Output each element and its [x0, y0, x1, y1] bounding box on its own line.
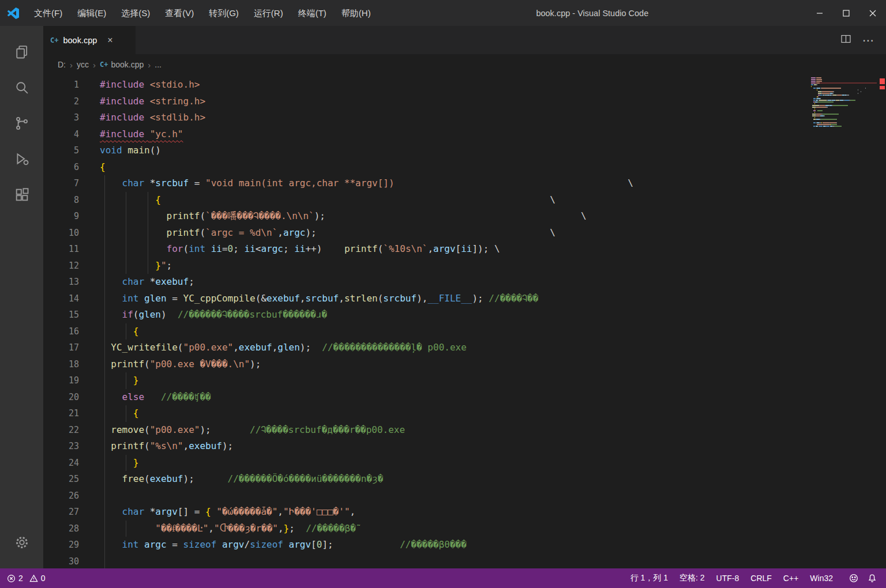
code-line[interactable]: 8 { \: [43, 192, 886, 209]
tab-bar: C+ book.cpp × ⋯: [43, 26, 886, 54]
code-line[interactable]: 12 }";: [43, 258, 886, 274]
indent-guide: [104, 537, 105, 553]
error-ruler-mark: [880, 78, 885, 84]
vscode-logo-icon: [0, 7, 27, 19]
code-line[interactable]: 25 free(exebuf); //������Ö�ó����иü������…: [43, 471, 886, 488]
maximize-button[interactable]: [833, 0, 859, 26]
menu-item[interactable]: 选择(S): [114, 0, 157, 26]
minimap[interactable]: [811, 77, 877, 129]
more-actions-icon[interactable]: ⋯: [862, 33, 874, 47]
indent-guide: [104, 340, 105, 356]
code-line[interactable]: 30: [43, 553, 886, 569]
line-number: 14: [43, 291, 79, 307]
statusbar-encoding[interactable]: UTF-8: [711, 574, 745, 583]
line-number: 3: [43, 110, 79, 126]
indent-guide: [104, 356, 105, 373]
problems-indicator[interactable]: 2 0: [7, 574, 46, 583]
minimap-line: [811, 112, 877, 113]
indent-guide: [104, 405, 105, 422]
code-line[interactable]: 24 }: [43, 455, 886, 472]
feedback-icon[interactable]: [844, 574, 863, 583]
code-line[interactable]: 29 int argc = sizeof argv/sizeof argv[0]…: [43, 537, 886, 553]
code-line[interactable]: 27 char *argv[] = { "�ώ�����ǡ�","Ի���'□□…: [43, 504, 886, 521]
code-line[interactable]: 7 char *srcbuf = "void main(int argc,cha…: [43, 175, 886, 192]
code-line[interactable]: 21 {: [43, 405, 886, 422]
code-line[interactable]: 11 for(int ii=0; ii<argc; ii++) printf(`…: [43, 241, 886, 258]
indent-guide: [126, 258, 126, 274]
indent-guide: [104, 208, 105, 225]
run-debug-icon[interactable]: [8, 141, 36, 177]
split-editor-icon[interactable]: [841, 35, 851, 46]
code-line[interactable]: 23 printf("%s\n",exebuf);: [43, 438, 886, 455]
statusbar-platform[interactable]: Win32: [804, 574, 839, 583]
indent-guide: [104, 241, 105, 258]
error-ruler-mark: [880, 86, 885, 89]
code-line[interactable]: 17 YC_writefile("p00.exe",exebuf,glen); …: [43, 340, 886, 356]
menubar: 文件(F)编辑(E)选择(S)查看(V)转到(G)运行(R)终端(T)帮助(H): [27, 0, 378, 26]
minimize-button[interactable]: [806, 0, 833, 26]
minimap-line: [811, 110, 877, 111]
code-line[interactable]: 19 }: [43, 372, 886, 389]
code-text: }";: [79, 258, 172, 274]
menu-item[interactable]: 帮助(H): [334, 0, 378, 26]
code-line[interactable]: 2#include <string.h>: [43, 93, 886, 110]
line-number: 4: [43, 126, 79, 143]
source-control-icon[interactable]: [8, 105, 36, 141]
menu-item[interactable]: 终端(T): [291, 0, 334, 26]
code-line[interactable]: 26: [43, 488, 886, 504]
code-line[interactable]: 10 printf(`argc = %d\n`,argc); \: [43, 225, 886, 242]
code-line[interactable]: 20 else //����ʧ��: [43, 389, 886, 406]
menu-item[interactable]: 转到(G): [201, 0, 246, 26]
minimap-line: [811, 81, 877, 82]
code-line[interactable]: 3#include <stdlib.h>: [43, 110, 886, 126]
tab-close-icon[interactable]: ×: [107, 35, 112, 46]
indent-guide: [148, 225, 148, 242]
search-icon[interactable]: [8, 70, 36, 105]
close-button[interactable]: [859, 0, 886, 26]
menu-item[interactable]: 文件(F): [27, 0, 70, 26]
statusbar-cursor-position[interactable]: 行 1，列 1: [625, 573, 674, 583]
code-line[interactable]: 14 int glen = YC_cppCompile(&exebuf,srcb…: [43, 291, 886, 307]
indent-guide: [104, 323, 105, 340]
breadcrumb-item[interactable]: ycc: [77, 60, 89, 69]
statusbar-eol[interactable]: CRLF: [745, 574, 778, 583]
code-line[interactable]: 6{: [43, 159, 886, 176]
statusbar-language-mode[interactable]: C++: [778, 574, 804, 583]
settings-gear-icon[interactable]: [8, 525, 36, 560]
notifications-bell-icon[interactable]: [863, 574, 881, 583]
line-number: 13: [43, 274, 79, 291]
extensions-icon[interactable]: [8, 177, 36, 213]
code-line[interactable]: 16 {: [43, 323, 886, 340]
breadcrumb-item[interactable]: D:: [58, 60, 66, 69]
overview-ruler[interactable]: [878, 75, 886, 568]
menu-item[interactable]: 查看(V): [157, 0, 201, 26]
statusbar-indentation[interactable]: 空格: 2: [674, 573, 711, 583]
code-area[interactable]: 1#include <stdio.h>2#include <string.h>3…: [43, 75, 886, 568]
minimap-line: [811, 86, 877, 87]
line-number: 6: [43, 159, 79, 176]
menu-item[interactable]: 编辑(E): [70, 0, 114, 26]
code-line[interactable]: 4#include "yc.h": [43, 126, 886, 143]
minimap-line: [811, 117, 877, 118]
editor[interactable]: 1#include <stdio.h>2#include <string.h>3…: [43, 75, 886, 568]
code-line[interactable]: 18 printf("p00.exe �V���.\n");: [43, 356, 886, 373]
code-line[interactable]: 5void main(): [43, 142, 886, 159]
code-line[interactable]: 13 char *exebuf;: [43, 274, 886, 291]
breadcrumb-item[interactable]: C+book.cpp: [100, 60, 144, 69]
code-line[interactable]: 1#include <stdio.h>: [43, 77, 886, 93]
breadcrumb-item[interactable]: ...: [155, 60, 162, 69]
indent-guide: [104, 192, 105, 209]
code-line[interactable]: 9 printf(`���噃���Ꮈ����.\n\n`); \: [43, 208, 886, 225]
vscode-window: 文件(F)编辑(E)选择(S)查看(V)转到(G)运行(R)终端(T)帮助(H)…: [0, 0, 886, 588]
line-number: 8: [43, 192, 79, 209]
error-count: 2: [18, 574, 23, 583]
minimap-line: [811, 105, 877, 106]
code-line[interactable]: 15 if(glen) //������Ꮈ����srcbuf������ɹ�: [43, 307, 886, 323]
tab-book-cpp[interactable]: C+ book.cpp ×: [43, 26, 136, 54]
code-text: #include <stdio.h>: [79, 77, 200, 93]
breadcrumb: D:›ycc›C+book.cpp›...: [43, 54, 886, 75]
code-line[interactable]: 22 remove("p00.exe"); //Ꮈ����srcbuf�д���…: [43, 422, 886, 439]
menu-item[interactable]: 运行(R): [246, 0, 291, 26]
explorer-icon[interactable]: [8, 34, 36, 70]
code-line[interactable]: 28 "��ᵮ����Ŀ","Ⴇ���ȝ�r��",}; //�����β�˜: [43, 521, 886, 537]
